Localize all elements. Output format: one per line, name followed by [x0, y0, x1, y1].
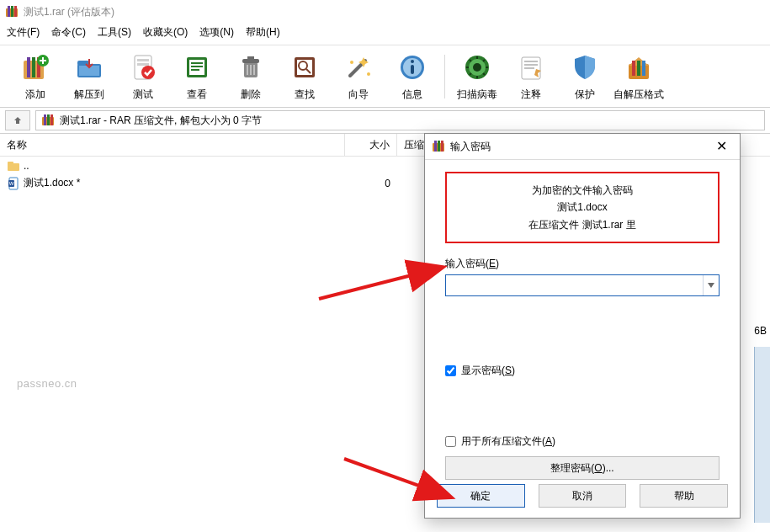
svg-rect-2: [11, 6, 13, 17]
help-button[interactable]: 帮助: [640, 484, 728, 508]
test-icon: [116, 51, 170, 84]
toolbar-comment[interactable]: 注释: [504, 49, 558, 104]
svg-rect-41: [524, 64, 538, 66]
svg-rect-26: [253, 65, 255, 75]
svg-rect-1: [8, 6, 10, 17]
svg-point-34: [411, 60, 414, 63]
svg-rect-49: [47, 114, 50, 125]
svg-rect-25: [250, 65, 252, 75]
show-password-input[interactable]: [445, 365, 456, 376]
toolbar-protect[interactable]: 保护: [558, 49, 612, 104]
dialog-msg-line: 测试1.docx: [450, 199, 714, 215]
use-for-all-input[interactable]: [445, 436, 456, 447]
svg-rect-14: [137, 63, 149, 66]
svg-rect-18: [191, 62, 203, 64]
svg-rect-6: [32, 57, 35, 77]
virus-scan-icon: [450, 51, 504, 84]
manage-passwords-button[interactable]: 整理密码(O)...: [445, 456, 720, 480]
extract-icon: [62, 51, 116, 84]
show-password-checkbox[interactable]: 显示密码(S): [445, 362, 720, 379]
svg-rect-3: [14, 6, 17, 17]
column-name[interactable]: 名称: [0, 134, 345, 156]
window-titlebar: 测试1.rar (评估版本): [0, 0, 770, 22]
toolbar-label: 扫描病毒: [450, 88, 504, 102]
toolbar-label: 添加: [8, 88, 62, 102]
svg-rect-44: [632, 61, 635, 76]
dialog-msg-line: 在压缩文件 测试1.rar 里: [450, 216, 714, 233]
menu-tools[interactable]: 工具(S): [98, 25, 131, 40]
menubar: 文件(F) 命令(C) 工具(S) 收藏夹(O) 选项(N) 帮助(H): [0, 22, 770, 45]
nav-up-button[interactable]: [5, 110, 30, 130]
svg-rect-52: [8, 162, 13, 165]
winrar-app-icon: [5, 5, 19, 19]
toolbar-extract-to[interactable]: 解压到: [62, 49, 116, 104]
svg-rect-5: [27, 57, 30, 77]
menu-options[interactable]: 选项(N): [199, 25, 234, 40]
window-title: 测试1.rar (评估版本): [24, 5, 114, 19]
toolbar-sfx[interactable]: 自解压格式: [612, 49, 666, 104]
svg-rect-58: [438, 141, 440, 152]
dialog-title: 输入密码: [450, 140, 491, 154]
delete-icon: [224, 51, 278, 84]
toolbar-label: 解压到: [62, 88, 116, 102]
toolbar-wizard[interactable]: 向导: [332, 49, 385, 104]
toolbar-add[interactable]: 添加: [8, 49, 62, 104]
svg-rect-13: [137, 59, 149, 61]
svg-rect-42: [524, 67, 534, 69]
svg-text:W: W: [9, 181, 14, 186]
column-size[interactable]: 大小: [345, 134, 397, 156]
toolbar-separator: [444, 55, 445, 98]
cancel-button[interactable]: 取消: [539, 484, 627, 508]
svg-rect-46: [642, 61, 645, 76]
svg-rect-24: [247, 65, 248, 75]
protect-icon: [558, 51, 612, 84]
add-archive-icon: [8, 51, 62, 84]
find-icon: [278, 51, 332, 84]
toolbar-info[interactable]: 信息: [385, 49, 439, 104]
svg-rect-23: [247, 56, 254, 60]
svg-rect-19: [191, 66, 203, 67]
toolbar-view[interactable]: 查看: [170, 49, 224, 104]
sfx-icon: [612, 51, 666, 84]
view-icon: [170, 51, 224, 84]
dialog-close-button[interactable]: ✕: [709, 140, 733, 153]
toolbar-label: 测试: [116, 88, 170, 102]
checkbox-label: 用于所有压缩文件(A): [461, 434, 555, 449]
toolbar-label: 查找: [278, 88, 332, 102]
toolbar-delete[interactable]: 删除: [224, 49, 278, 104]
list-item-label: 测试1.docx *: [24, 176, 80, 190]
dialog-message-box: 为加密的文件输入密码 测试1.docx 在压缩文件 测试1.rar 里: [445, 172, 720, 243]
toolbar-virus-scan[interactable]: 扫描病毒: [450, 49, 504, 104]
toolbar-label: 信息: [385, 88, 439, 102]
menu-file[interactable]: 文件(F): [7, 25, 40, 40]
dialog-msg-line: 为加密的文件输入密码: [450, 182, 714, 199]
svg-rect-35: [411, 65, 414, 74]
path-row: 测试1.rar - RAR 压缩文件, 解包大小为 0 字节: [0, 108, 770, 134]
ok-button[interactable]: 确定: [437, 484, 525, 508]
svg-point-31: [367, 72, 370, 76]
dialog-titlebar: 输入密码 ✕: [425, 134, 740, 160]
toolbar-test[interactable]: 测试: [116, 49, 170, 104]
archive-icon: [41, 114, 55, 127]
use-for-all-checkbox[interactable]: 用于所有压缩文件(A): [445, 433, 720, 450]
menu-help[interactable]: 帮助(H): [246, 25, 280, 40]
svg-rect-20: [191, 69, 199, 71]
toolbar-find[interactable]: 查找: [278, 49, 332, 104]
menu-favorites[interactable]: 收藏夹(O): [143, 25, 188, 40]
password-input[interactable]: [446, 276, 703, 295]
password-input-combo[interactable]: [445, 274, 720, 296]
svg-rect-48: [44, 114, 46, 125]
path-text: 测试1.rar - RAR 压缩文件, 解包大小为 0 字节: [60, 114, 262, 128]
toolbar-label: 查看: [170, 88, 224, 102]
dialog-button-row: 确定 取消 帮助: [425, 484, 740, 508]
watermark-text: passneo.cn: [17, 377, 77, 390]
password-dropdown-button[interactable]: [703, 275, 719, 295]
svg-rect-59: [441, 141, 443, 152]
info-icon: [385, 51, 439, 84]
docx-file-icon: W: [7, 177, 20, 190]
password-label: 输入密码(E): [445, 257, 720, 271]
winrar-app-icon: [432, 140, 445, 153]
path-box[interactable]: 测试1.rar - RAR 压缩文件, 解包大小为 0 字节: [35, 110, 765, 130]
svg-rect-50: [50, 114, 53, 125]
menu-command[interactable]: 命令(C): [51, 25, 86, 40]
